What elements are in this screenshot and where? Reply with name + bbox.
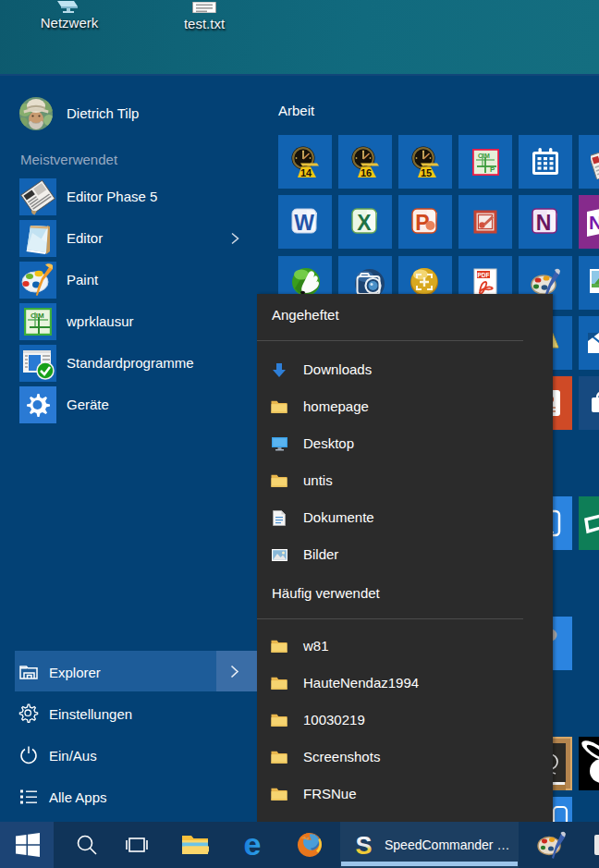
svg-text:N: N — [589, 212, 599, 233]
svg-text:X: X — [357, 211, 372, 235]
svg-text:P: P — [490, 165, 495, 174]
svg-text:W: W — [294, 211, 314, 235]
svg-text:S: S — [355, 833, 372, 857]
svg-text:CIM: CIM — [478, 153, 490, 159]
svg-text:15: 15 — [421, 167, 432, 178]
svg-text:CIM: CIM — [31, 312, 44, 320]
svg-text:PDF: PDF — [478, 272, 490, 278]
svg-text:e: e — [244, 832, 262, 858]
svg-text:N: N — [536, 211, 552, 235]
svg-text:16: 16 — [361, 167, 372, 178]
svg-text:14: 14 — [300, 167, 312, 178]
